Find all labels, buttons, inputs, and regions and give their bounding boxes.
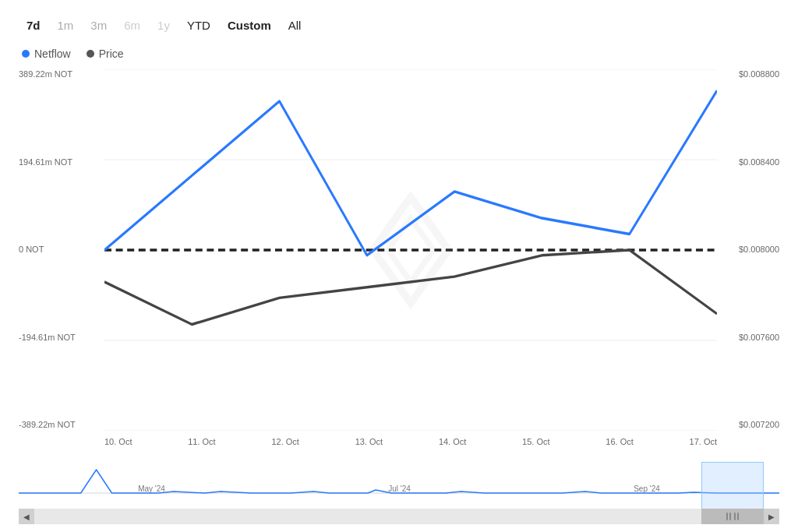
x-label-3: 13. Oct	[355, 437, 383, 446]
filter-ytd[interactable]: YTD	[179, 16, 218, 35]
time-filter-bar: 7d 1m 3m 6m 1y YTD Custom All	[19, 16, 779, 35]
x-label-0: 10. Oct	[104, 437, 132, 446]
filter-1m[interactable]: 1m	[50, 16, 82, 35]
filter-1y: 1y	[150, 16, 178, 35]
y-right-1: $0.008400	[717, 157, 779, 167]
x-axis: 10. Oct 11. Oct 12. Oct 13. Oct 14. Oct …	[104, 432, 717, 462]
mini-date-0: May '24	[138, 484, 165, 493]
mini-date-2: Sep '24	[634, 484, 660, 493]
scrollbar: ◀ ▶	[19, 509, 779, 524]
legend-netflow: Netflow	[22, 48, 71, 60]
scroll-thumb[interactable]	[701, 509, 764, 524]
mini-date-1: Jul '24	[388, 484, 411, 493]
legend-price: Price	[87, 48, 124, 60]
filter-all[interactable]: All	[281, 16, 309, 35]
scroll-handle-right	[734, 513, 739, 520]
filter-7d[interactable]: 7d	[19, 16, 48, 35]
y-left-2: 0 NOT	[19, 245, 104, 254]
main-chart-svg	[104, 69, 717, 431]
handle-bar-3	[734, 513, 736, 520]
mini-navigator: May '24 Jul '24 Sep '24 ◀	[19, 462, 779, 524]
filter-6m: 6m	[116, 16, 148, 35]
x-label-2: 12. Oct	[271, 437, 298, 446]
y-left-3: -194.61m NOT	[19, 333, 104, 342]
navigator-highlight[interactable]	[701, 462, 764, 510]
netflow-dot	[22, 50, 30, 58]
scroll-right-button[interactable]: ▶	[764, 509, 779, 524]
x-label-4: 14. Oct	[439, 437, 466, 446]
y-left-1: 194.61m NOT	[19, 157, 104, 167]
main-chart-area: 389.22m NOT 194.61m NOT 0 NOT -194.61m N…	[19, 69, 779, 462]
scroll-track[interactable]	[34, 509, 764, 524]
y-left-4: -389.22m NOT	[19, 420, 104, 429]
scroll-handle-left	[726, 513, 731, 520]
handle-bar-1	[726, 513, 728, 520]
filter-custom[interactable]: Custom	[220, 16, 279, 35]
y-right-4: $0.007200	[717, 420, 779, 429]
mini-nav-inner: May '24 Jul '24 Sep '24	[19, 462, 779, 510]
chart-legend: Netflow Price	[19, 48, 779, 60]
netflow-line	[104, 90, 717, 255]
price-label: Price	[99, 48, 124, 60]
x-label-7: 17. Oct	[690, 437, 717, 446]
price-dot	[87, 50, 94, 58]
y-right-3: $0.007600	[717, 333, 779, 342]
x-label-5: 15. Oct	[522, 437, 549, 446]
handle-bar-2	[729, 513, 731, 520]
chart-wrapper: 389.22m NOT 194.61m NOT 0 NOT -194.61m N…	[19, 69, 779, 462]
main-container: 7d 1m 3m 6m 1y YTD Custom All Netflow Pr…	[0, 0, 798, 532]
scroll-left-button[interactable]: ◀	[19, 509, 34, 524]
mini-date-labels: May '24 Jul '24 Sep '24	[19, 484, 779, 493]
y-axis-left: 389.22m NOT 194.61m NOT 0 NOT -194.61m N…	[19, 69, 104, 431]
price-line	[104, 250, 717, 325]
y-axis-right: $0.008800 $0.008400 $0.008000 $0.007600 …	[717, 69, 779, 431]
filter-3m[interactable]: 3m	[83, 16, 115, 35]
y-right-0: $0.008800	[717, 69, 779, 79]
x-label-1: 11. Oct	[188, 437, 215, 446]
x-label-6: 16. Oct	[606, 437, 633, 446]
chart-svg-container	[104, 69, 717, 431]
y-right-2: $0.008000	[717, 245, 779, 254]
y-left-0: 389.22m NOT	[19, 69, 104, 79]
handle-bar-4	[737, 513, 739, 520]
netflow-label: Netflow	[34, 48, 71, 60]
